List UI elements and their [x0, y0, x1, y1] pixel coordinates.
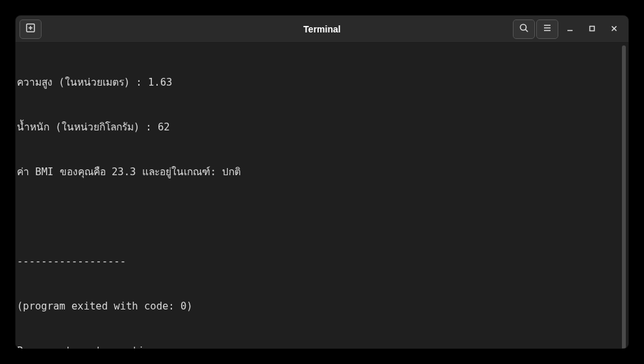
- maximize-icon: [588, 23, 596, 35]
- terminal-content[interactable]: ความสูง (ในหน่วยเมตร) : 1.63 น้ำหนัก (ใน…: [17, 45, 621, 348]
- hamburger-icon: [542, 23, 552, 36]
- titlebar-right: [508, 19, 625, 39]
- terminal-line: Press return to continue: [17, 344, 621, 348]
- terminal-line: (program exited with code: 0): [17, 299, 621, 314]
- terminal-line: [17, 210, 621, 224]
- close-icon: [610, 23, 618, 35]
- terminal-line: ความสูง (ในหน่วยเมตร) : 1.63: [17, 75, 621, 90]
- terminal-line: ------------------: [17, 254, 621, 269]
- terminal-line: น้ำหนัก (ในหน่วยกิโลกรัม) : 62: [17, 120, 621, 135]
- search-icon: [519, 23, 529, 36]
- scrollbar[interactable]: [621, 45, 627, 348]
- svg-point-3: [521, 24, 526, 30]
- maximize-button[interactable]: [582, 19, 602, 39]
- terminal-body[interactable]: ความสูง (ในหน่วยเมตร) : 1.63 น้ำหนัก (ใน…: [16, 43, 628, 348]
- minimize-icon: [566, 23, 574, 35]
- titlebar: Terminal: [16, 16, 628, 43]
- new-tab-button[interactable]: [19, 19, 42, 39]
- svg-rect-9: [590, 26, 595, 30]
- svg-line-4: [526, 29, 528, 32]
- new-tab-icon: [25, 23, 36, 36]
- terminal-window: Terminal: [16, 16, 628, 348]
- close-button[interactable]: [604, 19, 625, 39]
- window-title: Terminal: [136, 24, 508, 34]
- terminal-line: ค่า BMI ของคุณคือ 23.3 และอยู่ในเกณฑ์: ป…: [17, 165, 621, 180]
- minimize-button[interactable]: [560, 19, 580, 39]
- titlebar-left: [19, 19, 136, 39]
- scrollbar-thumb[interactable]: [622, 45, 626, 348]
- search-button[interactable]: [513, 19, 535, 39]
- menu-button[interactable]: [536, 19, 558, 39]
